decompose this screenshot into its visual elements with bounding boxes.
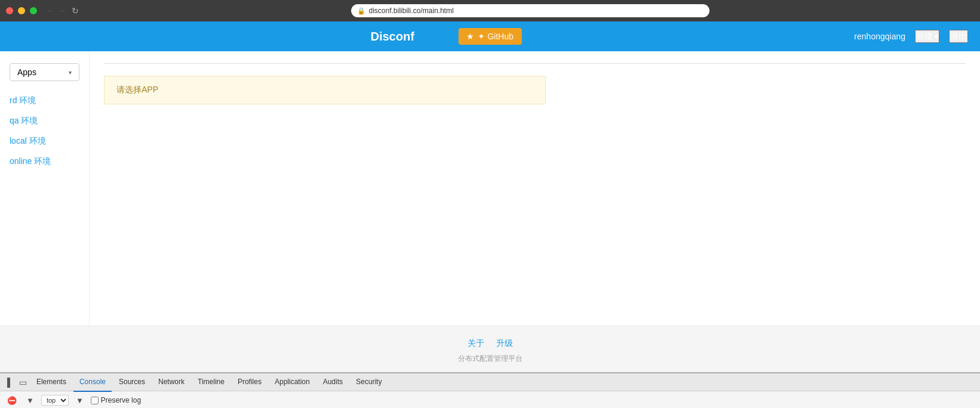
apps-dropdown-arrow: ▾ (69, 69, 72, 76)
devtools-toolbar: ⛔ ▼ top ▼ Preserve log (0, 391, 980, 408)
content-area: 请选择APP (90, 51, 980, 326)
env-item-qa[interactable]: qa 环境 (10, 111, 79, 131)
footer-description: 分布式配置管理平台 (0, 354, 980, 364)
tab-sources[interactable]: Sources (113, 373, 151, 392)
env-item-online[interactable]: online 环境 (10, 152, 79, 172)
forward-button[interactable]: → (57, 5, 67, 16)
about-link[interactable]: 关于 (468, 338, 484, 349)
logout-button[interactable]: 退出 (949, 30, 968, 43)
new-button-label: 新建 (916, 31, 933, 42)
filter-button[interactable]: ▼ (24, 395, 36, 406)
preserve-log-area: Preserve log (91, 396, 141, 404)
github-button[interactable]: ★ ✦ GitHub (458, 28, 521, 45)
github-icon: ★ (466, 32, 474, 41)
url-text: disconf.bilibili.co/main.html (369, 7, 454, 15)
env-item-rd[interactable]: rd 环境 (10, 91, 79, 111)
select-app-notice: 请选择APP (104, 76, 546, 104)
maximize-window-button[interactable] (30, 7, 37, 14)
header-right: renhongqiang 新建 ▾ 退出 (854, 30, 968, 43)
content-divider (104, 63, 966, 64)
app-title: Disconf (371, 30, 414, 44)
tab-profiles[interactable]: Profiles (232, 373, 268, 392)
apps-dropdown-label: Apps (17, 67, 36, 77)
footer-links: 关于 升级 (0, 338, 980, 349)
app-header: Disconf ★ ✦ GitHub renhongqiang 新建 ▾ 退出 (0, 21, 980, 51)
devtools-dock-button[interactable]: ▭ (17, 376, 29, 388)
close-window-button[interactable] (6, 7, 13, 14)
tab-security[interactable]: Security (350, 373, 388, 392)
lock-icon: 🔒 (357, 7, 365, 15)
back-button[interactable]: ← (45, 5, 55, 16)
devtools-toggle-button[interactable]: ▌ (5, 376, 16, 388)
preserve-log-checkbox[interactable] (91, 397, 99, 404)
tab-network[interactable]: Network (152, 373, 191, 392)
devtools-tabs: ▌ ▭ Elements Console Sources Network Tim… (0, 373, 980, 391)
devtools-panel: ▌ ▭ Elements Console Sources Network Tim… (0, 372, 980, 408)
new-button-arrow: ▾ (934, 32, 938, 41)
app-footer: 关于 升级 分布式配置管理平台 (0, 326, 980, 372)
username-label: renhongqiang (854, 32, 905, 41)
env-list: rd 环境 qa 环境 local 环境 online 环境 (10, 91, 79, 172)
github-button-label: ✦ GitHub (478, 32, 513, 41)
sidebar: Apps ▾ rd 环境 qa 环境 local 环境 online 环境 (0, 51, 90, 326)
upgrade-link[interactable]: 升级 (496, 338, 513, 349)
context-selector[interactable]: top (41, 395, 69, 406)
clear-console-button[interactable]: ⛔ (5, 395, 19, 406)
tab-application[interactable]: Application (269, 373, 316, 392)
apps-dropdown[interactable]: Apps ▾ (10, 63, 79, 81)
browser-chrome: ← → ↻ 🔒 disconf.bilibili.co/main.html (0, 0, 980, 21)
address-bar[interactable]: 🔒 disconf.bilibili.co/main.html (351, 4, 709, 17)
context-arrow-button[interactable]: ▼ (73, 395, 86, 406)
tab-audits[interactable]: Audits (317, 373, 349, 392)
reload-button[interactable]: ↻ (72, 6, 79, 16)
main-content: Apps ▾ rd 环境 qa 环境 local 环境 online 环境 请选… (0, 51, 980, 326)
minimize-window-button[interactable] (18, 7, 25, 14)
env-item-local[interactable]: local 环境 (10, 131, 79, 152)
tab-elements[interactable]: Elements (30, 373, 72, 392)
tab-timeline[interactable]: Timeline (192, 373, 231, 392)
preserve-log-label: Preserve log (101, 396, 141, 404)
tab-console[interactable]: Console (73, 373, 112, 392)
new-button[interactable]: 新建 ▾ (915, 30, 939, 43)
